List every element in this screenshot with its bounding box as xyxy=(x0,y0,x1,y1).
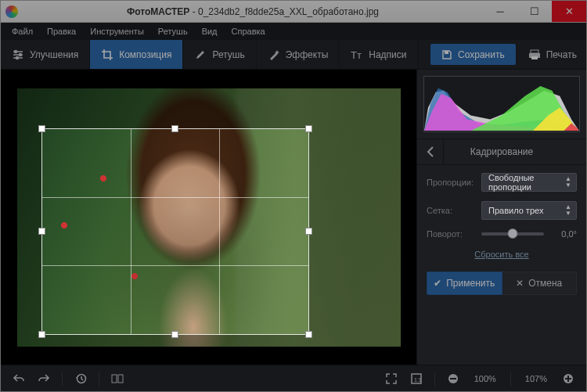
crop-handle-br[interactable] xyxy=(305,331,312,338)
rotate-value: 0,0° xyxy=(550,229,577,239)
tab-text-label: Надписи xyxy=(369,49,406,60)
zoom-out-button[interactable] xyxy=(443,369,463,389)
svg-rect-10 xyxy=(118,375,123,383)
svg-point-1 xyxy=(19,53,21,56)
app-icon xyxy=(5,5,18,18)
fit-screen-button[interactable] xyxy=(381,369,402,389)
save-button[interactable]: Сохранить xyxy=(430,44,516,65)
chevron-updown-icon: ▲▼ xyxy=(565,176,571,189)
menu-help[interactable]: Справка xyxy=(225,25,272,38)
svg-rect-17 xyxy=(567,376,569,382)
tab-retouch-label: Ретушь xyxy=(212,49,244,60)
cancel-button[interactable]: ✕ Отмена xyxy=(502,272,578,295)
slider-thumb[interactable] xyxy=(508,228,518,239)
menu-edit[interactable]: Правка xyxy=(41,25,82,38)
print-icon xyxy=(528,49,541,60)
zoom-value-2: 107% xyxy=(519,374,553,383)
history-button[interactable] xyxy=(70,369,91,389)
ratio-select[interactable]: Свободные пропорции ▲▼ xyxy=(481,173,577,192)
menu-view[interactable]: Вид xyxy=(196,25,224,38)
tab-effects[interactable]: Эффекты xyxy=(257,40,340,69)
wand-icon xyxy=(268,49,280,61)
svg-text:1:1: 1:1 xyxy=(414,377,422,383)
svg-rect-14 xyxy=(450,378,456,379)
titlebar: ФотоМАСТЕР - 0_234db2_f8dde25a_XXL_обраб… xyxy=(1,1,586,23)
zoom-value-1: 100% xyxy=(468,374,502,383)
redo-button[interactable] xyxy=(34,369,54,389)
rotate-label: Поворот: xyxy=(427,229,475,239)
crop-handle-bl[interactable] xyxy=(38,331,45,338)
menu-tools[interactable]: Инструменты xyxy=(84,25,150,38)
close-icon: ✕ xyxy=(516,278,524,289)
maximize-button[interactable]: ☐ xyxy=(517,1,552,22)
brush-icon xyxy=(194,49,207,61)
svg-point-0 xyxy=(14,50,16,52)
tab-enhance-label: Улучшения xyxy=(30,49,78,60)
print-button[interactable]: Печать xyxy=(519,40,586,69)
histogram xyxy=(423,76,580,132)
crop-icon xyxy=(101,49,113,61)
chevron-updown-icon: ▲▼ xyxy=(565,204,571,217)
menu-retouch[interactable]: Ретушь xyxy=(152,25,194,38)
crop-handle-ml[interactable] xyxy=(38,228,45,235)
svg-text:Tт: Tт xyxy=(351,49,362,61)
statusbar: 1:1 100% 107% xyxy=(1,365,586,391)
text-icon: Tт xyxy=(351,49,363,61)
svg-rect-4 xyxy=(445,51,448,54)
undo-button[interactable] xyxy=(9,369,29,389)
tab-composition-label: Композиция xyxy=(119,49,171,60)
svg-rect-5 xyxy=(531,50,538,53)
close-button[interactable]: ✕ xyxy=(552,1,586,22)
grid-value: Правило трех xyxy=(488,206,543,215)
rotate-slider[interactable] xyxy=(481,232,544,236)
crop-rectangle[interactable] xyxy=(42,129,308,334)
panel-title: Кадрирование xyxy=(444,146,586,157)
zoom-in-button[interactable] xyxy=(558,369,578,389)
tab-effects-label: Эффекты xyxy=(286,49,329,60)
print-label: Печать xyxy=(546,49,577,60)
ratio-value: Свободные пропорции xyxy=(488,173,570,192)
grid-select[interactable]: Правило трех ▲▼ xyxy=(481,201,577,220)
apply-button[interactable]: ✔ Применить xyxy=(427,272,502,295)
back-button[interactable] xyxy=(417,138,444,165)
window-title: ФотоМАСТЕР - 0_234db2_f8dde25a_XXL_обраб… xyxy=(23,6,483,17)
svg-rect-9 xyxy=(112,375,117,383)
canvas[interactable] xyxy=(1,70,416,365)
menu-file[interactable]: Файл xyxy=(5,25,39,38)
photo-preview xyxy=(17,88,401,347)
svg-point-2 xyxy=(16,56,18,59)
save-label: Сохранить xyxy=(458,49,505,60)
crop-handle-mr[interactable] xyxy=(305,228,312,235)
compare-button[interactable] xyxy=(107,369,128,389)
crop-handle-tl[interactable] xyxy=(38,125,45,132)
apply-label: Применить xyxy=(446,278,495,289)
crop-handle-bm[interactable] xyxy=(171,331,178,338)
grid-label: Сетка: xyxy=(427,206,475,215)
sliders-icon xyxy=(12,49,24,61)
tab-composition[interactable]: Композиция xyxy=(90,40,183,69)
save-icon xyxy=(441,49,452,60)
crop-handle-tm[interactable] xyxy=(171,125,178,132)
tab-enhance[interactable]: Улучшения xyxy=(1,40,90,69)
reset-link[interactable]: Сбросить все xyxy=(427,250,577,259)
crop-handle-tr[interactable] xyxy=(305,125,312,132)
menubar: Файл Правка Инструменты Ретушь Вид Справ… xyxy=(1,23,586,40)
tab-retouch[interactable]: Ретушь xyxy=(183,40,256,69)
svg-rect-7 xyxy=(531,56,538,59)
ratio-label: Пропорции: xyxy=(427,178,475,187)
side-panel: Кадрирование Пропорции: Свободные пропор… xyxy=(416,70,586,365)
toolbar: Улучшения Композиция Ретушь Эффекты Tт Н… xyxy=(1,40,586,70)
cancel-label: Отмена xyxy=(528,278,562,289)
tab-text[interactable]: Tт Надписи xyxy=(340,40,418,69)
actual-size-button[interactable]: 1:1 xyxy=(406,369,427,389)
check-icon: ✔ xyxy=(434,278,441,289)
minimize-button[interactable]: ─ xyxy=(483,1,517,22)
